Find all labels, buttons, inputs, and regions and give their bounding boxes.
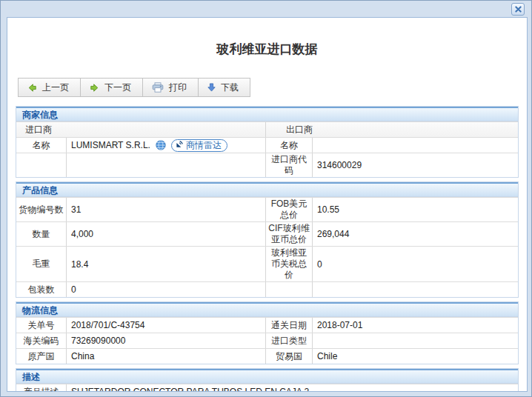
field-label: 名称 bbox=[16, 138, 67, 153]
field-value: 2018/701/C-43754 bbox=[67, 318, 266, 333]
table-row: 包装数 0 bbox=[16, 281, 518, 297]
toolbar: 上一页 下一页 打印 bbox=[18, 78, 250, 97]
field-label: 毛重 bbox=[16, 247, 67, 281]
table-row: 进口商代码 314600029 bbox=[16, 153, 518, 177]
table-row: 货物编号数 31 FOB美元总价 10.55 bbox=[16, 197, 518, 221]
exporter-column-header: 出口商 bbox=[266, 122, 518, 137]
close-button[interactable] bbox=[511, 3, 525, 16]
dialog-panel: 玻利维亚进口数据 上一页 下一页 bbox=[7, 17, 528, 392]
table-row: 产品描述 SUJETARDOR CONECTOR PARA TUBOS LED … bbox=[16, 384, 518, 392]
field-value: 18.4 bbox=[67, 247, 266, 281]
field-label: 海关编码 bbox=[16, 333, 67, 348]
table-row: 名称 LUMISMART S.R.L. bbox=[16, 137, 518, 153]
field-value: 10.55 bbox=[313, 198, 518, 221]
page-title: 玻利维亚进口数据 bbox=[7, 41, 527, 58]
field-label: 包装数 bbox=[16, 282, 67, 297]
table-row: 毛重 18.4 玻利维亚币关税总价 0 bbox=[16, 246, 518, 281]
importer-column-header: 进口商 bbox=[16, 122, 266, 137]
field-label: 玻利维亚币关税总价 bbox=[266, 247, 313, 281]
field-value: 0 bbox=[67, 282, 266, 297]
field-label: 数量 bbox=[16, 222, 67, 246]
table-row: 关单号 2018/701/C-43754 通关日期 2018-07-01 bbox=[16, 317, 518, 333]
field-value: 4,000 bbox=[67, 222, 266, 246]
field-label: 名称 bbox=[266, 138, 313, 153]
section-header: 产品信息 bbox=[16, 182, 518, 197]
table-row: 数量 4,000 CIF玻利维亚币总价 269,044 bbox=[16, 221, 518, 246]
field-label: 原产国 bbox=[16, 349, 67, 364]
field-label: 贸易国 bbox=[266, 349, 313, 364]
dialog-frame: 玻利维亚进口数据 上一页 下一页 bbox=[0, 0, 532, 397]
button-label: 上一页 bbox=[42, 82, 69, 93]
globe-icon[interactable] bbox=[156, 140, 166, 150]
importer-name-cell: LUMISMART S.R.L. bbox=[67, 138, 266, 153]
field-value: 269,044 bbox=[313, 222, 518, 246]
empty-cell bbox=[16, 153, 67, 177]
product-description: SUJETARDOR CONECTOR PARA TUBOS LED EN CA… bbox=[67, 384, 518, 392]
print-button[interactable]: 打印 bbox=[143, 79, 199, 96]
field-label: 进口商代码 bbox=[266, 153, 313, 177]
section-header: 商家信息 bbox=[16, 107, 518, 121]
field-label: 通关日期 bbox=[266, 318, 313, 333]
field-value: Chile bbox=[313, 349, 518, 364]
arrow-right-green-icon bbox=[90, 83, 99, 93]
section-header: 描述 bbox=[16, 369, 518, 384]
button-label: 打印 bbox=[169, 82, 187, 93]
button-label: 下载 bbox=[221, 82, 239, 93]
field-value: 2018-07-01 bbox=[313, 318, 518, 333]
arrow-left-green-icon bbox=[27, 83, 37, 93]
empty-cell bbox=[67, 153, 266, 177]
business-radar-badge[interactable]: 商情雷达 bbox=[171, 139, 227, 152]
field-label: 产品描述 bbox=[16, 384, 67, 392]
field-label: 货物编号数 bbox=[16, 198, 67, 221]
field-label: FOB美元总价 bbox=[266, 198, 313, 221]
exporter-name bbox=[313, 138, 518, 153]
field-value bbox=[313, 282, 518, 297]
field-label: 进口类型 bbox=[266, 333, 313, 348]
table-row: 海关编码 73269090000 进口类型 bbox=[16, 333, 518, 348]
section-product-info: 产品信息 货物编号数 31 FOB美元总价 10.55 数量 4,000 CIF… bbox=[16, 181, 519, 298]
section-header: 物流信息 bbox=[16, 302, 518, 317]
importer-code: 314600029 bbox=[313, 153, 518, 177]
button-label: 下一页 bbox=[104, 82, 131, 93]
field-value: 31 bbox=[67, 198, 266, 221]
radar-icon bbox=[175, 140, 184, 151]
arrow-down-blue-icon bbox=[207, 83, 216, 92]
field-value: 0 bbox=[313, 247, 518, 281]
close-icon bbox=[515, 4, 522, 15]
field-value: 73269090000 bbox=[67, 333, 266, 348]
table-row: 进口商 出口商 bbox=[16, 121, 518, 137]
section-merchant-info: 商家信息 进口商 出口商 名称 LUMISMART S.R.L. bbox=[16, 106, 519, 178]
download-button[interactable]: 下载 bbox=[199, 79, 250, 96]
field-value bbox=[313, 333, 518, 348]
section-logistics-info: 物流信息 关单号 2018/701/C-43754 通关日期 2018-07-0… bbox=[16, 301, 519, 364]
next-page-button[interactable]: 下一页 bbox=[81, 79, 143, 96]
radar-badge-label: 商情雷达 bbox=[186, 139, 222, 152]
field-label: CIF玻利维亚币总价 bbox=[266, 222, 313, 246]
printer-icon bbox=[152, 82, 164, 93]
prev-page-button[interactable]: 上一页 bbox=[19, 79, 81, 96]
data-tables: 商家信息 进口商 出口商 名称 LUMISMART S.R.L. bbox=[16, 106, 519, 392]
section-description: 描述 产品描述 SUJETARDOR CONECTOR PARA TUBOS L… bbox=[16, 368, 519, 392]
table-row: 原产国 China 贸易国 Chile bbox=[16, 348, 518, 364]
field-label: 关单号 bbox=[16, 318, 67, 333]
importer-name: LUMISMART S.R.L. bbox=[71, 140, 150, 150]
field-value: China bbox=[67, 349, 266, 364]
field-label bbox=[266, 282, 313, 297]
